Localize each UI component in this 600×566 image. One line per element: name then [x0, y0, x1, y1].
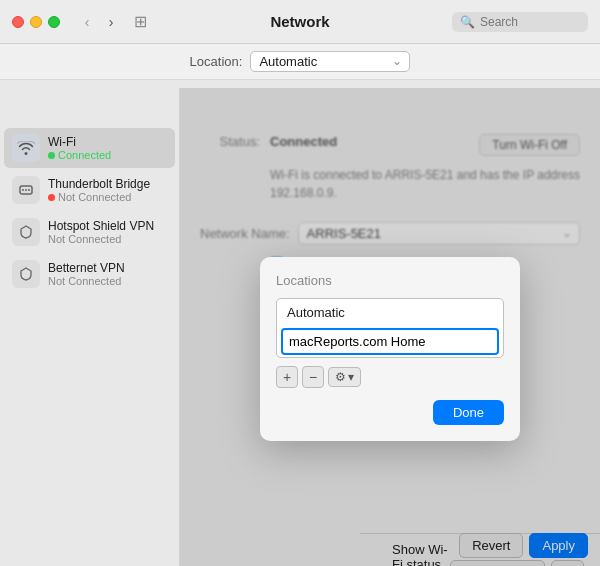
grid-icon[interactable]: ⊞ — [134, 12, 147, 31]
wifi-icon — [12, 134, 40, 162]
modal-toolbar: + − ⚙ ▾ — [276, 366, 504, 388]
wifi-status-dot — [48, 152, 55, 159]
betternet-name: Betternet VPN — [48, 261, 125, 275]
location-bar: Location: Automatic — [0, 44, 600, 80]
traffic-lights — [12, 16, 60, 28]
location-label: Location: — [190, 54, 243, 69]
title-bar: ‹ › ⊞ Network 🔍 — [0, 0, 600, 44]
betternet-icon — [12, 260, 40, 288]
tb-info: Thunderbolt Bridge Not Connected — [48, 177, 150, 203]
nav-arrows: ‹ › — [76, 11, 122, 33]
hotspot-status: Not Connected — [48, 233, 154, 245]
wifi-status-text: Connected — [58, 149, 111, 161]
sidebar-item-betternet[interactable]: Betternet VPN Not Connected — [4, 254, 175, 294]
minimize-button[interactable] — [30, 16, 42, 28]
location-settings-icon: ⚙ — [335, 370, 346, 384]
forward-button[interactable]: › — [100, 11, 122, 33]
location-settings-chevron: ▾ — [348, 370, 354, 384]
tb-status-text: Not Connected — [58, 191, 131, 203]
svg-point-3 — [28, 189, 30, 191]
location-input-row — [277, 326, 503, 357]
search-input[interactable] — [480, 15, 580, 29]
tb-status-dot — [48, 194, 55, 201]
remove-location-button[interactable]: − — [302, 366, 324, 388]
location-name-input[interactable] — [281, 328, 499, 355]
locations-modal: Locations Automatic + − ⚙ ▾ Don — [260, 257, 520, 441]
tb-name: Thunderbolt Bridge — [48, 177, 150, 191]
svg-point-2 — [25, 189, 27, 191]
betternet-info: Betternet VPN Not Connected — [48, 261, 125, 287]
wifi-name: Wi-Fi — [48, 135, 111, 149]
tb-status: Not Connected — [48, 191, 150, 203]
window-title: Network — [270, 13, 329, 30]
close-button[interactable] — [12, 16, 24, 28]
sidebar-item-hotspot[interactable]: Hotspot Shield VPN Not Connected — [4, 212, 175, 252]
content-area: Status: Connected Turn Wi-Fi Off Wi-Fi i… — [180, 88, 600, 566]
search-box: 🔍 — [452, 12, 588, 32]
betternet-status: Not Connected — [48, 275, 125, 287]
back-button[interactable]: ‹ — [76, 11, 98, 33]
search-icon: 🔍 — [460, 15, 475, 29]
add-location-button[interactable]: + — [276, 366, 298, 388]
hotspot-icon — [12, 218, 40, 246]
done-button[interactable]: Done — [433, 400, 504, 425]
sidebar-item-wifi[interactable]: Wi-Fi Connected — [4, 128, 175, 168]
hotspot-info: Hotspot Shield VPN Not Connected — [48, 219, 154, 245]
wifi-info: Wi-Fi Connected — [48, 135, 111, 161]
sidebar: Wi-Fi Connected — [0, 88, 180, 566]
location-settings-button[interactable]: ⚙ ▾ — [328, 367, 361, 387]
thunderbolt-icon — [12, 176, 40, 204]
wifi-status: Connected — [48, 149, 111, 161]
modal-overlay: Locations Automatic + − ⚙ ▾ Don — [180, 88, 600, 566]
location-select[interactable]: Automatic — [250, 51, 410, 72]
svg-point-1 — [22, 189, 24, 191]
modal-done-row: Done — [276, 400, 504, 425]
main-area: Wi-Fi Connected — [0, 88, 600, 566]
maximize-button[interactable] — [48, 16, 60, 28]
sidebar-list: Wi-Fi Connected — [0, 124, 179, 566]
hotspot-name: Hotspot Shield VPN — [48, 219, 154, 233]
location-item-automatic[interactable]: Automatic — [277, 299, 503, 326]
modal-title: Locations — [276, 273, 504, 288]
locations-list: Automatic — [276, 298, 504, 358]
sidebar-item-thunderbolt[interactable]: Thunderbolt Bridge Not Connected — [4, 170, 175, 210]
location-select-wrapper: Automatic — [250, 51, 410, 72]
